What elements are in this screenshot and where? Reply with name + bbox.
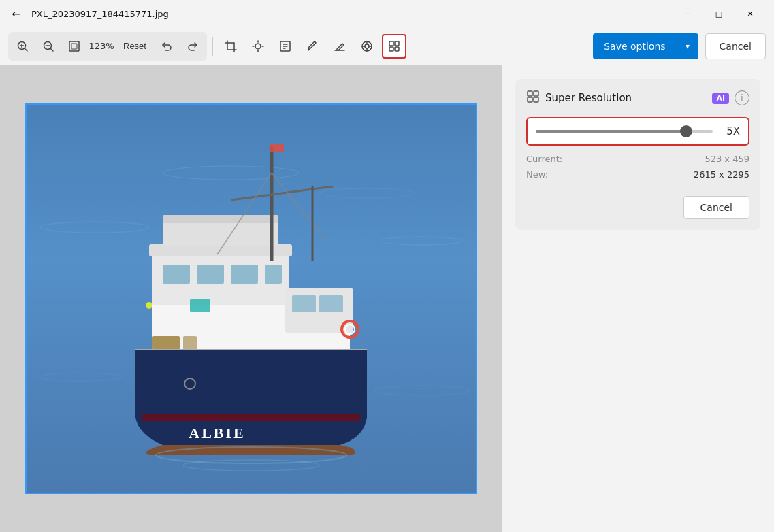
- svg-rect-55: [319, 295, 343, 312]
- zoom-out-button[interactable]: [36, 34, 61, 59]
- svg-rect-57: [183, 336, 197, 350]
- adjust-icon: [251, 39, 265, 53]
- svg-rect-58: [135, 350, 367, 363]
- boat-image: ALBIE: [27, 105, 476, 493]
- zoom-value: 123%: [88, 41, 115, 51]
- svg-point-9: [255, 44, 261, 49]
- svg-rect-68: [528, 91, 532, 96]
- minimize-icon: ─: [686, 10, 690, 18]
- toolbar-cancel-button[interactable]: Cancel: [705, 33, 766, 59]
- new-size-row: New: 2615 x 2295: [526, 169, 749, 180]
- markup-button[interactable]: [273, 34, 297, 59]
- save-options-chevron-button[interactable]: ▾: [677, 33, 698, 59]
- svg-rect-26: [389, 41, 393, 46]
- current-value: 523 x 459: [705, 154, 749, 164]
- svg-rect-71: [534, 97, 538, 102]
- slider-container: 5X: [526, 117, 749, 146]
- svg-point-21: [365, 44, 369, 48]
- toolbar-sep-1: [212, 37, 213, 56]
- svg-rect-41: [197, 265, 224, 284]
- svg-rect-67: [190, 299, 210, 312]
- redo-button[interactable]: [180, 34, 205, 59]
- zoom-fit-icon: [68, 40, 80, 52]
- redo-icon: [187, 40, 199, 52]
- svg-rect-46: [163, 215, 278, 223]
- current-label: Current:: [526, 154, 562, 164]
- minimize-button[interactable]: ─: [672, 3, 703, 24]
- info-icon-button[interactable]: i: [735, 90, 749, 105]
- panel-super-res-icon: [526, 90, 540, 106]
- window-controls: ─ □ ✕: [672, 3, 766, 24]
- current-size-row: Current: 523 x 459: [526, 154, 749, 164]
- zoom-reset-button[interactable]: Reset: [116, 38, 153, 54]
- close-button[interactable]: ✕: [735, 3, 766, 24]
- back-button[interactable]: ←: [8, 5, 25, 22]
- ai-badge: AI: [712, 93, 729, 104]
- svg-rect-42: [231, 265, 258, 284]
- draw-button[interactable]: [300, 34, 325, 59]
- filter-button[interactable]: [355, 34, 379, 59]
- save-options-group: Save options ▾: [593, 33, 698, 59]
- close-icon: ✕: [747, 10, 753, 18]
- slider-value: 5X: [721, 125, 740, 137]
- panel-actions: Cancel: [526, 190, 749, 219]
- svg-rect-45: [163, 220, 278, 246]
- chevron-down-icon: ▾: [686, 41, 690, 51]
- save-options-button[interactable]: Save options: [593, 33, 676, 59]
- back-icon: ←: [12, 7, 20, 20]
- maximize-button[interactable]: □: [703, 3, 735, 24]
- markup-icon: [278, 39, 292, 53]
- draw-icon: [306, 39, 319, 53]
- super-res-button[interactable]: [382, 34, 406, 59]
- svg-rect-27: [395, 41, 399, 46]
- filter-icon: [360, 39, 374, 53]
- resolution-slider-track: [536, 130, 713, 133]
- svg-line-5: [51, 48, 54, 51]
- zoom-out-icon: [42, 40, 54, 52]
- erase-icon: [333, 39, 346, 53]
- panel-cancel-button[interactable]: Cancel: [683, 196, 749, 219]
- boat-svg: ALBIE: [27, 105, 476, 493]
- svg-text:ALBIE: ALBIE: [189, 425, 245, 442]
- toolbar: 123% Reset: [0, 27, 774, 65]
- new-value: 2615 x 2295: [694, 169, 749, 180]
- zoom-in-icon: [16, 40, 29, 52]
- crop-icon: [224, 39, 238, 53]
- image-container: ALBIE: [25, 103, 477, 494]
- svg-rect-43: [265, 265, 282, 284]
- erase-button[interactable]: [327, 34, 352, 59]
- panel-title: Super Resolution: [545, 92, 707, 104]
- undo-icon: [161, 40, 173, 52]
- zoom-in-button[interactable]: [10, 34, 35, 59]
- info-icon-label: i: [741, 93, 743, 103]
- svg-rect-40: [163, 265, 190, 284]
- svg-rect-69: [534, 91, 538, 96]
- svg-rect-56: [152, 336, 180, 350]
- svg-rect-70: [528, 97, 532, 102]
- svg-line-1: [25, 48, 28, 51]
- canvas-area: ALBIE: [0, 65, 502, 532]
- svg-rect-49: [270, 144, 284, 152]
- new-label: New:: [526, 169, 548, 180]
- super-res-icon: [387, 39, 401, 53]
- undo-button[interactable]: [155, 34, 179, 59]
- svg-rect-28: [389, 47, 393, 51]
- window-title: PXL_20230917_184415771.jpg: [31, 9, 665, 19]
- zoom-fit-button[interactable]: [62, 34, 86, 59]
- panel-header: Super Resolution AI i: [526, 90, 749, 106]
- main-content: ALBIE: [0, 65, 774, 532]
- svg-rect-7: [69, 41, 79, 51]
- svg-point-66: [146, 302, 152, 309]
- svg-rect-29: [395, 47, 399, 51]
- adjust-button[interactable]: [246, 34, 270, 59]
- crop-button[interactable]: [219, 34, 243, 59]
- maximize-icon: □: [715, 10, 722, 18]
- zoom-controls: 123% Reset: [8, 32, 207, 61]
- svg-line-18: [315, 41, 316, 43]
- super-resolution-panel: Super Resolution AI i 5X Current: 523 x …: [515, 79, 760, 230]
- title-bar: ← PXL_20230917_184415771.jpg ─ □ ✕: [0, 0, 774, 27]
- right-panel: Super Resolution AI i 5X Current: 523 x …: [502, 65, 774, 532]
- svg-rect-8: [71, 44, 77, 49]
- svg-rect-54: [292, 295, 316, 312]
